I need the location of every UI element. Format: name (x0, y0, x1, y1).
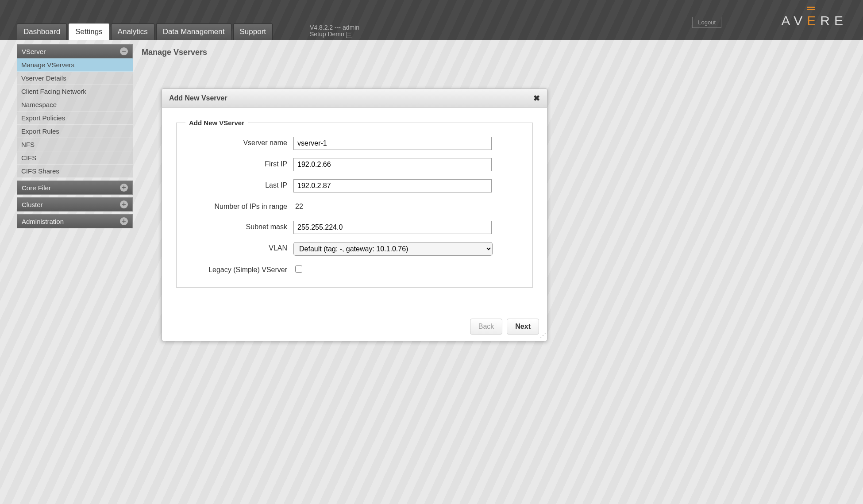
sidebar-section-administration[interactable]: Administration + (17, 214, 133, 228)
label-ip-count: Number of IPs in range (185, 200, 293, 211)
vserver-name-input[interactable] (293, 137, 492, 150)
sidebar-item-cifs-shares[interactable]: CIFS Shares (17, 165, 133, 178)
sidebar-item-manage-vservers[interactable]: Manage VServers (17, 58, 133, 72)
sidebar-item-namespace[interactable]: Namespace (17, 98, 133, 112)
setup-demo-link[interactable]: Setup Demo (310, 31, 359, 38)
subnet-mask-input[interactable] (293, 221, 492, 228)
sidebar-section-label: Cluster (22, 201, 43, 208)
sidebar-item-vserver-details[interactable]: Vserver Details (17, 72, 133, 85)
fieldset-legend: Add New VServer (185, 119, 248, 127)
expand-plus-icon: + (120, 217, 128, 225)
sidebar-item-cifs[interactable]: CIFS (17, 151, 133, 165)
sidebar-section-label: Core Filer (22, 184, 51, 192)
sidebar-section-cluster[interactable]: Cluster + (17, 197, 133, 212)
sidebar-item-export-policies[interactable]: Export Policies (17, 112, 133, 125)
header-bar: Dashboard Settings Analytics Data Manage… (0, 0, 863, 40)
sidebar-item-client-facing-network[interactable]: Client Facing Network (17, 85, 133, 98)
tab-data-management[interactable]: Data Management (156, 23, 231, 40)
ip-count-value: 22 (293, 200, 305, 213)
label-vserver-name: Vserver name (185, 137, 293, 147)
sidebar-section-vserver[interactable]: VServer − (17, 44, 133, 58)
label-first-ip: First IP (185, 158, 293, 168)
logout-button[interactable]: Logout (692, 17, 721, 28)
sidebar-section-label: Administration (22, 218, 64, 225)
expand-plus-icon: + (120, 200, 128, 208)
setup-demo-icon (346, 32, 352, 38)
label-last-ip: Last IP (185, 179, 293, 189)
version-text: V4.8.2.2 --- admin (310, 24, 359, 31)
expand-plus-icon: + (120, 184, 128, 192)
dialog-titlebar[interactable]: Add New Vserver ✖ (162, 89, 547, 108)
page-title: Manage Vservers (142, 48, 207, 57)
tab-dashboard[interactable]: Dashboard (17, 23, 67, 40)
sidebar-item-nfs[interactable]: NFS (17, 138, 133, 151)
dialog-body: Add New VServer Vserver name First IP La… (162, 108, 547, 228)
close-icon[interactable]: ✖ (533, 93, 540, 103)
collapse-minus-icon: − (120, 47, 128, 55)
sidebar-section-label: VServer (22, 48, 46, 55)
label-subnet-mask: Subnet mask (185, 221, 293, 228)
add-vserver-fieldset: Add New VServer Vserver name First IP La… (176, 119, 533, 228)
tab-settings[interactable]: Settings (69, 23, 109, 40)
tab-support[interactable]: Support (233, 23, 273, 40)
dialog-title-text: Add New Vserver (169, 94, 227, 102)
tab-analytics[interactable]: Analytics (111, 23, 154, 40)
sidebar-section-core-filer[interactable]: Core Filer + (17, 181, 133, 195)
add-vserver-dialog: Add New Vserver ✖ Add New VServer Vserve… (162, 88, 547, 228)
main-tabs: Dashboard Settings Analytics Data Manage… (17, 23, 273, 40)
first-ip-input[interactable] (293, 158, 492, 171)
brand-logo: AVERE (781, 13, 848, 28)
sidebar: VServer − Manage VServers Vserver Detail… (17, 44, 133, 228)
header-meta: V4.8.2.2 --- admin Setup Demo (310, 24, 359, 38)
sidebar-item-export-rules[interactable]: Export Rules (17, 125, 133, 138)
last-ip-input[interactable] (293, 179, 492, 192)
